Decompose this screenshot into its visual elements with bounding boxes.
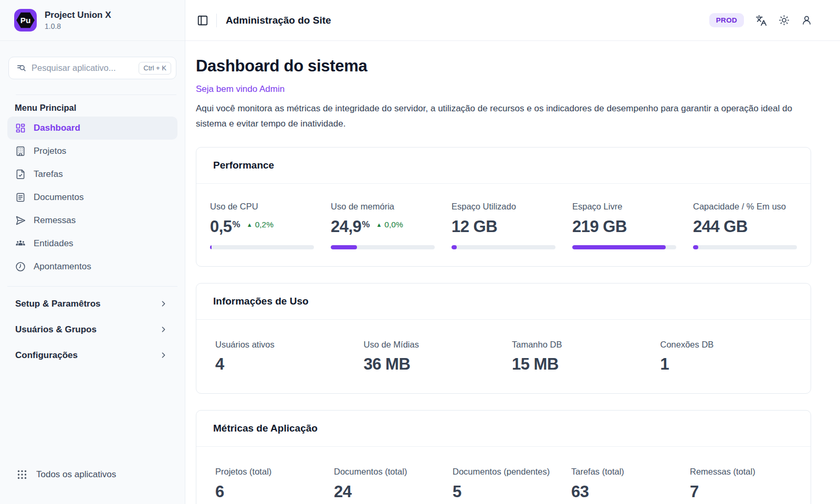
all-apps-label: Todos os aplicativos bbox=[36, 469, 116, 480]
sidebar-group-usuarios-grupos[interactable]: Usuários & Grupos bbox=[0, 317, 185, 342]
metric-shipments-total: Remessas (total) 7 bbox=[690, 466, 792, 500]
metric-label: Espaço Livre bbox=[572, 201, 676, 213]
metric-label: Remessas (total) bbox=[690, 466, 792, 478]
progress-fill bbox=[452, 245, 457, 249]
sidebar-footer: Todos os aplicativos bbox=[0, 469, 185, 504]
menu-section-title: Menu Principal bbox=[15, 103, 185, 113]
logo-text: Pu bbox=[20, 16, 31, 25]
metric-media-usage: Uso de Mídias 36 MB bbox=[364, 339, 496, 373]
metric-unit: % bbox=[362, 219, 370, 230]
page-title: Dashboard do sistema bbox=[196, 57, 811, 76]
apps-grid-icon bbox=[17, 469, 27, 480]
sidebar-item-tarefas[interactable]: Tarefas bbox=[7, 163, 177, 186]
progress-track bbox=[210, 245, 314, 249]
metric-label: Espaço Utilizado bbox=[452, 201, 555, 213]
metric-value: 24,9 bbox=[331, 218, 361, 236]
metric-tasks-total: Tarefas (total) 63 bbox=[571, 466, 673, 500]
progress-track bbox=[693, 245, 797, 249]
sidebar-item-remessas[interactable]: Remessas bbox=[7, 209, 177, 232]
metric-value: 244 GB bbox=[693, 218, 748, 236]
progress-track bbox=[452, 245, 555, 249]
metric-space-free: Espaço Livre 219 GB bbox=[572, 201, 676, 249]
search-icon bbox=[16, 63, 26, 73]
language-button[interactable] bbox=[755, 15, 767, 26]
chevron-right-icon bbox=[159, 299, 168, 308]
sidebar-group-label: Usuários & Grupos bbox=[15, 324, 97, 335]
all-apps-button[interactable]: Todos os aplicativos bbox=[17, 469, 170, 480]
theme-toggle-button[interactable] bbox=[779, 15, 790, 26]
brand: Pu Project Union X 1.0.8 bbox=[0, 0, 185, 41]
sidebar-item-dashboard[interactable]: Dashboard bbox=[7, 117, 177, 140]
topbar-divider bbox=[216, 14, 217, 27]
search-input[interactable] bbox=[32, 63, 133, 73]
app-metrics: Projetos (total) 6 Documentos (total) 24… bbox=[196, 447, 811, 504]
metric-documents-total: Documentos (total) 24 bbox=[334, 466, 436, 500]
card-title: Performance bbox=[196, 148, 811, 184]
task-check-icon bbox=[15, 169, 26, 180]
metric-active-users: Usuários ativos 4 bbox=[215, 339, 347, 373]
sidebar-divider bbox=[16, 94, 176, 95]
sidebar-item-label: Tarefas bbox=[34, 169, 63, 180]
card-title: Informações de Uso bbox=[196, 284, 811, 320]
app-root: Pu Project Union X 1.0.8 Ctrl + K Menu P… bbox=[0, 0, 840, 504]
topbar-actions: PROD bbox=[709, 13, 812, 27]
sidebar-item-label: Dashboard bbox=[34, 123, 80, 133]
metric-value: 7 bbox=[690, 484, 792, 501]
sidebar-group-label: Setup & Paramêtros bbox=[15, 299, 101, 309]
card-title: Métricas de Aplicação bbox=[196, 411, 811, 447]
metric-label: Tarefas (total) bbox=[571, 466, 673, 478]
performance-metrics: Uso de CPU 0,5 % ▲ 0,2% Uso de memór bbox=[196, 184, 811, 266]
delta-up-icon: ▲ bbox=[376, 222, 382, 228]
sidebar-item-label: Entidades bbox=[34, 238, 74, 249]
delta-value: 0,2% bbox=[255, 220, 274, 229]
chevron-right-icon bbox=[159, 351, 168, 360]
sun-icon bbox=[779, 15, 790, 26]
sidebar-item-label: Apontamentos bbox=[34, 261, 91, 272]
progress-fill bbox=[572, 245, 666, 249]
usage-info-card: Informações de Uso Usuários ativos 4 Uso… bbox=[196, 283, 811, 394]
metric-space-used: Espaço Utilizado 12 GB bbox=[452, 201, 555, 249]
metric-label: Projetos (total) bbox=[215, 466, 317, 478]
metric-capacity: Capacidade / % Em uso 244 GB bbox=[693, 201, 797, 249]
panel-left-icon bbox=[197, 15, 208, 26]
metric-label: Tamanho DB bbox=[512, 339, 644, 351]
translate-icon bbox=[755, 15, 767, 26]
delta-value: 0,0% bbox=[384, 220, 403, 229]
metric-cpu-usage: Uso de CPU 0,5 % ▲ 0,2% bbox=[210, 201, 314, 249]
main-area: Administração do Site PROD bbox=[185, 0, 840, 504]
sidebar-item-documentos[interactable]: Documentos bbox=[7, 186, 177, 209]
metric-value: 6 bbox=[215, 484, 317, 501]
sidebar-groups: Setup & Paramêtros Usuários & Grupos Con… bbox=[0, 287, 185, 368]
sidebar-item-label: Projetos bbox=[34, 146, 66, 156]
metric-delta: ▲ 0,2% bbox=[247, 220, 274, 229]
page-description: Aqui você monitora as métricas de integr… bbox=[196, 101, 811, 131]
sidebar-toggle-button[interactable] bbox=[197, 15, 208, 26]
progress-fill bbox=[693, 245, 698, 249]
welcome-message: Seja bem vindo Admin bbox=[196, 84, 811, 94]
search-shortcut-badge: Ctrl + K bbox=[139, 62, 171, 75]
document-icon bbox=[15, 192, 26, 203]
metric-projects-total: Projetos (total) 6 bbox=[215, 466, 317, 500]
main-nav: Dashboard Projetos Tarefas bbox=[0, 117, 185, 278]
user-icon bbox=[801, 15, 812, 26]
sidebar-group-configuracoes[interactable]: Configurações bbox=[0, 342, 185, 368]
metric-value: 15 MB bbox=[512, 356, 644, 373]
metric-value: 1 bbox=[660, 356, 792, 373]
sidebar-item-entidades[interactable]: Entidades bbox=[7, 232, 177, 255]
metric-delta: ▲ 0,0% bbox=[376, 220, 403, 229]
metric-value: 12 GB bbox=[452, 218, 497, 236]
sidebar-group-setup-parametros[interactable]: Setup & Paramêtros bbox=[0, 291, 185, 317]
metric-value: 5 bbox=[453, 484, 554, 501]
metric-db-size: Tamanho DB 15 MB bbox=[512, 339, 644, 373]
progress-fill bbox=[331, 245, 357, 249]
progress-track bbox=[331, 245, 435, 249]
metric-unit: % bbox=[233, 219, 240, 230]
search-wrap: Ctrl + K bbox=[8, 57, 176, 79]
sidebar-item-apontamentos[interactable]: Apontamentos bbox=[7, 255, 177, 278]
user-menu-button[interactable] bbox=[801, 15, 812, 26]
search-box[interactable]: Ctrl + K bbox=[8, 57, 176, 79]
metric-label: Uso de memória bbox=[331, 201, 435, 213]
sidebar-item-projetos[interactable]: Projetos bbox=[7, 140, 177, 163]
metric-label: Capacidade / % Em uso bbox=[693, 201, 797, 213]
usage-metrics: Usuários ativos 4 Uso de Mídias 36 MB Ta… bbox=[196, 320, 811, 393]
